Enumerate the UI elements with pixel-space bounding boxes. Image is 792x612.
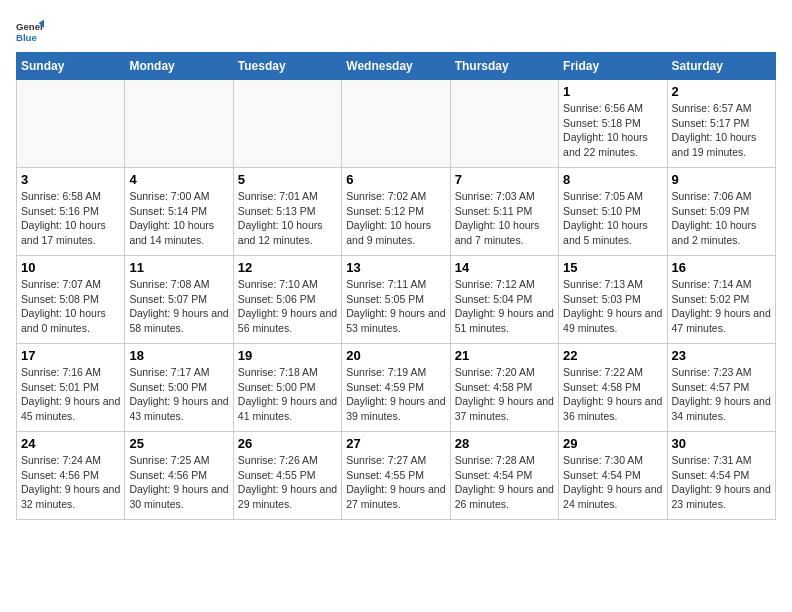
day-info: Sunrise: 7:18 AM Sunset: 5:00 PM Dayligh… bbox=[238, 365, 337, 424]
day-info: Sunrise: 7:19 AM Sunset: 4:59 PM Dayligh… bbox=[346, 365, 445, 424]
logo-icon: General Blue bbox=[16, 16, 44, 44]
day-info: Sunrise: 7:06 AM Sunset: 5:09 PM Dayligh… bbox=[672, 189, 771, 248]
calendar-cell: 2Sunrise: 6:57 AM Sunset: 5:17 PM Daylig… bbox=[667, 80, 775, 168]
calendar-cell: 20Sunrise: 7:19 AM Sunset: 4:59 PM Dayli… bbox=[342, 344, 450, 432]
day-info: Sunrise: 7:20 AM Sunset: 4:58 PM Dayligh… bbox=[455, 365, 554, 424]
day-number: 27 bbox=[346, 436, 445, 451]
day-info: Sunrise: 7:16 AM Sunset: 5:01 PM Dayligh… bbox=[21, 365, 120, 424]
calendar-cell: 6Sunrise: 7:02 AM Sunset: 5:12 PM Daylig… bbox=[342, 168, 450, 256]
day-number: 19 bbox=[238, 348, 337, 363]
weekday-header-wednesday: Wednesday bbox=[342, 53, 450, 80]
day-info: Sunrise: 7:24 AM Sunset: 4:56 PM Dayligh… bbox=[21, 453, 120, 512]
calendar-cell: 15Sunrise: 7:13 AM Sunset: 5:03 PM Dayli… bbox=[559, 256, 667, 344]
day-number: 5 bbox=[238, 172, 337, 187]
calendar-header-row: SundayMondayTuesdayWednesdayThursdayFrid… bbox=[17, 53, 776, 80]
day-info: Sunrise: 7:02 AM Sunset: 5:12 PM Dayligh… bbox=[346, 189, 445, 248]
day-info: Sunrise: 7:07 AM Sunset: 5:08 PM Dayligh… bbox=[21, 277, 120, 336]
day-info: Sunrise: 7:13 AM Sunset: 5:03 PM Dayligh… bbox=[563, 277, 662, 336]
calendar-cell: 19Sunrise: 7:18 AM Sunset: 5:00 PM Dayli… bbox=[233, 344, 341, 432]
day-number: 20 bbox=[346, 348, 445, 363]
calendar-cell: 25Sunrise: 7:25 AM Sunset: 4:56 PM Dayli… bbox=[125, 432, 233, 520]
svg-text:Blue: Blue bbox=[16, 32, 37, 43]
day-number: 13 bbox=[346, 260, 445, 275]
calendar-cell bbox=[342, 80, 450, 168]
week-row-2: 3Sunrise: 6:58 AM Sunset: 5:16 PM Daylig… bbox=[17, 168, 776, 256]
calendar-cell: 12Sunrise: 7:10 AM Sunset: 5:06 PM Dayli… bbox=[233, 256, 341, 344]
calendar-cell: 22Sunrise: 7:22 AM Sunset: 4:58 PM Dayli… bbox=[559, 344, 667, 432]
calendar-cell: 27Sunrise: 7:27 AM Sunset: 4:55 PM Dayli… bbox=[342, 432, 450, 520]
day-info: Sunrise: 7:31 AM Sunset: 4:54 PM Dayligh… bbox=[672, 453, 771, 512]
day-number: 12 bbox=[238, 260, 337, 275]
calendar-cell bbox=[17, 80, 125, 168]
calendar-cell: 26Sunrise: 7:26 AM Sunset: 4:55 PM Dayli… bbox=[233, 432, 341, 520]
day-number: 2 bbox=[672, 84, 771, 99]
calendar-cell: 29Sunrise: 7:30 AM Sunset: 4:54 PM Dayli… bbox=[559, 432, 667, 520]
day-number: 28 bbox=[455, 436, 554, 451]
day-number: 22 bbox=[563, 348, 662, 363]
day-number: 3 bbox=[21, 172, 120, 187]
calendar-cell: 4Sunrise: 7:00 AM Sunset: 5:14 PM Daylig… bbox=[125, 168, 233, 256]
calendar-cell: 21Sunrise: 7:20 AM Sunset: 4:58 PM Dayli… bbox=[450, 344, 558, 432]
week-row-1: 1Sunrise: 6:56 AM Sunset: 5:18 PM Daylig… bbox=[17, 80, 776, 168]
day-info: Sunrise: 7:25 AM Sunset: 4:56 PM Dayligh… bbox=[129, 453, 228, 512]
day-info: Sunrise: 7:00 AM Sunset: 5:14 PM Dayligh… bbox=[129, 189, 228, 248]
day-info: Sunrise: 7:22 AM Sunset: 4:58 PM Dayligh… bbox=[563, 365, 662, 424]
weekday-header-thursday: Thursday bbox=[450, 53, 558, 80]
page-header: General Blue bbox=[16, 16, 776, 44]
weekday-header-monday: Monday bbox=[125, 53, 233, 80]
weekday-header-tuesday: Tuesday bbox=[233, 53, 341, 80]
calendar-cell: 5Sunrise: 7:01 AM Sunset: 5:13 PM Daylig… bbox=[233, 168, 341, 256]
day-number: 30 bbox=[672, 436, 771, 451]
day-info: Sunrise: 7:14 AM Sunset: 5:02 PM Dayligh… bbox=[672, 277, 771, 336]
calendar-cell: 18Sunrise: 7:17 AM Sunset: 5:00 PM Dayli… bbox=[125, 344, 233, 432]
day-number: 7 bbox=[455, 172, 554, 187]
calendar-cell: 11Sunrise: 7:08 AM Sunset: 5:07 PM Dayli… bbox=[125, 256, 233, 344]
day-number: 10 bbox=[21, 260, 120, 275]
calendar-cell: 9Sunrise: 7:06 AM Sunset: 5:09 PM Daylig… bbox=[667, 168, 775, 256]
day-number: 16 bbox=[672, 260, 771, 275]
day-info: Sunrise: 7:28 AM Sunset: 4:54 PM Dayligh… bbox=[455, 453, 554, 512]
day-info: Sunrise: 7:11 AM Sunset: 5:05 PM Dayligh… bbox=[346, 277, 445, 336]
calendar-cell: 8Sunrise: 7:05 AM Sunset: 5:10 PM Daylig… bbox=[559, 168, 667, 256]
day-number: 14 bbox=[455, 260, 554, 275]
day-number: 11 bbox=[129, 260, 228, 275]
calendar-cell: 16Sunrise: 7:14 AM Sunset: 5:02 PM Dayli… bbox=[667, 256, 775, 344]
calendar-cell: 7Sunrise: 7:03 AM Sunset: 5:11 PM Daylig… bbox=[450, 168, 558, 256]
week-row-4: 17Sunrise: 7:16 AM Sunset: 5:01 PM Dayli… bbox=[17, 344, 776, 432]
day-info: Sunrise: 7:23 AM Sunset: 4:57 PM Dayligh… bbox=[672, 365, 771, 424]
day-info: Sunrise: 7:05 AM Sunset: 5:10 PM Dayligh… bbox=[563, 189, 662, 248]
day-number: 1 bbox=[563, 84, 662, 99]
weekday-header-saturday: Saturday bbox=[667, 53, 775, 80]
day-number: 26 bbox=[238, 436, 337, 451]
weekday-header-sunday: Sunday bbox=[17, 53, 125, 80]
day-info: Sunrise: 7:27 AM Sunset: 4:55 PM Dayligh… bbox=[346, 453, 445, 512]
calendar-cell: 28Sunrise: 7:28 AM Sunset: 4:54 PM Dayli… bbox=[450, 432, 558, 520]
day-info: Sunrise: 7:26 AM Sunset: 4:55 PM Dayligh… bbox=[238, 453, 337, 512]
day-number: 17 bbox=[21, 348, 120, 363]
calendar-table: SundayMondayTuesdayWednesdayThursdayFrid… bbox=[16, 52, 776, 520]
day-number: 15 bbox=[563, 260, 662, 275]
day-info: Sunrise: 6:58 AM Sunset: 5:16 PM Dayligh… bbox=[21, 189, 120, 248]
calendar-cell: 3Sunrise: 6:58 AM Sunset: 5:16 PM Daylig… bbox=[17, 168, 125, 256]
calendar-cell: 13Sunrise: 7:11 AM Sunset: 5:05 PM Dayli… bbox=[342, 256, 450, 344]
day-info: Sunrise: 7:30 AM Sunset: 4:54 PM Dayligh… bbox=[563, 453, 662, 512]
calendar-cell: 24Sunrise: 7:24 AM Sunset: 4:56 PM Dayli… bbox=[17, 432, 125, 520]
calendar-cell: 23Sunrise: 7:23 AM Sunset: 4:57 PM Dayli… bbox=[667, 344, 775, 432]
calendar-cell: 10Sunrise: 7:07 AM Sunset: 5:08 PM Dayli… bbox=[17, 256, 125, 344]
day-info: Sunrise: 7:08 AM Sunset: 5:07 PM Dayligh… bbox=[129, 277, 228, 336]
day-number: 6 bbox=[346, 172, 445, 187]
day-info: Sunrise: 7:17 AM Sunset: 5:00 PM Dayligh… bbox=[129, 365, 228, 424]
day-info: Sunrise: 7:01 AM Sunset: 5:13 PM Dayligh… bbox=[238, 189, 337, 248]
day-number: 21 bbox=[455, 348, 554, 363]
day-number: 23 bbox=[672, 348, 771, 363]
day-number: 24 bbox=[21, 436, 120, 451]
day-number: 29 bbox=[563, 436, 662, 451]
day-info: Sunrise: 6:57 AM Sunset: 5:17 PM Dayligh… bbox=[672, 101, 771, 160]
calendar-cell bbox=[233, 80, 341, 168]
calendar-cell: 17Sunrise: 7:16 AM Sunset: 5:01 PM Dayli… bbox=[17, 344, 125, 432]
calendar-cell bbox=[450, 80, 558, 168]
day-info: Sunrise: 7:03 AM Sunset: 5:11 PM Dayligh… bbox=[455, 189, 554, 248]
calendar-cell: 14Sunrise: 7:12 AM Sunset: 5:04 PM Dayli… bbox=[450, 256, 558, 344]
day-number: 25 bbox=[129, 436, 228, 451]
week-row-5: 24Sunrise: 7:24 AM Sunset: 4:56 PM Dayli… bbox=[17, 432, 776, 520]
